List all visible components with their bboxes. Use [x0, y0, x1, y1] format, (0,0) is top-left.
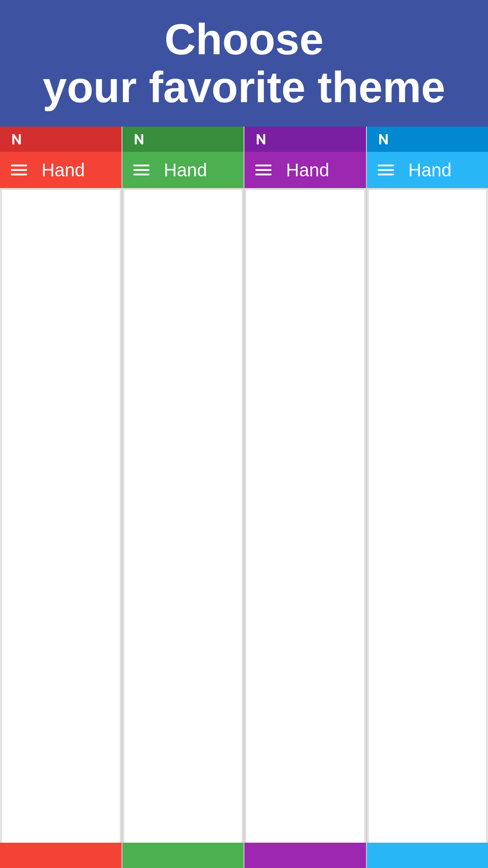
theme-top-bar-purple — [244, 127, 366, 152]
hamburger-icon-purple[interactable] — [255, 165, 272, 175]
theme-bottom-purple — [244, 843, 366, 868]
theme-bottom-green — [122, 843, 244, 868]
theme-bottom-red — [0, 843, 122, 868]
theme-content-green — [124, 190, 242, 843]
header-section: Choose your favorite theme — [0, 0, 488, 127]
toolbar-title-purple: Hand — [286, 160, 329, 180]
themes-container: Hand Hand — [0, 127, 488, 868]
hamburger-icon-green[interactable] — [133, 165, 150, 175]
title-line1: Choose — [164, 15, 324, 63]
hamburger-icon-red[interactable] — [11, 165, 27, 175]
theme-logo-blue — [374, 130, 392, 148]
page-title: Choose your favorite theme — [43, 15, 446, 111]
theme-content-red — [2, 190, 120, 843]
hamburger-icon-blue[interactable] — [378, 165, 394, 175]
theme-card-red[interactable]: Hand — [0, 127, 122, 868]
theme-top-bar-green — [122, 127, 244, 152]
toolbar-title-blue: Hand — [408, 160, 452, 180]
toolbar-title-red: Hand — [42, 160, 85, 180]
theme-logo-purple — [252, 130, 270, 148]
theme-top-bar-red — [0, 127, 122, 152]
theme-bottom-blue — [367, 843, 488, 868]
theme-card-blue[interactable]: Hand — [367, 127, 488, 868]
theme-content-blue — [369, 190, 487, 843]
theme-toolbar-green: Hand — [122, 152, 244, 188]
theme-top-bar-blue — [367, 127, 488, 152]
theme-toolbar-red: Hand — [0, 152, 122, 188]
title-line2: your favorite theme — [43, 63, 446, 111]
theme-toolbar-purple: Hand — [244, 152, 366, 188]
theme-logo-green — [130, 130, 148, 148]
toolbar-title-green: Hand — [164, 160, 207, 180]
theme-card-green[interactable]: Hand — [122, 127, 245, 868]
theme-toolbar-blue: Hand — [367, 152, 488, 188]
theme-card-purple[interactable]: Hand — [244, 127, 367, 868]
theme-logo-red — [7, 130, 25, 148]
theme-content-purple — [246, 190, 364, 843]
